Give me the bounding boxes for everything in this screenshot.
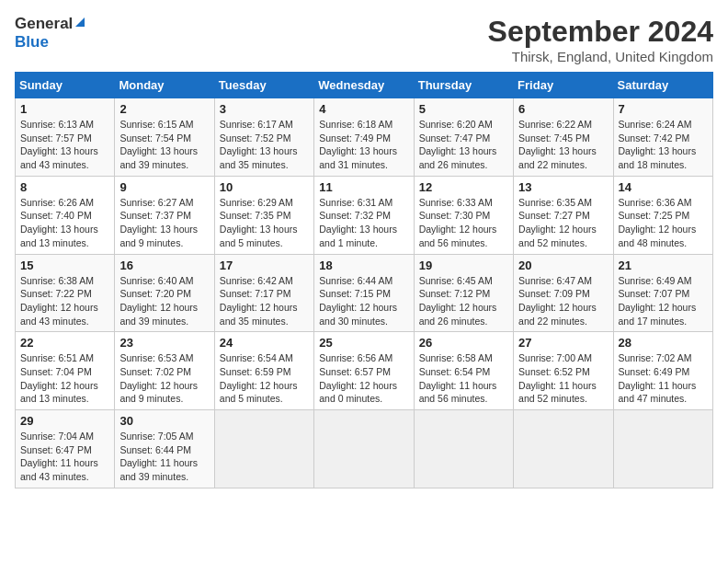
day-header-wednesday: Wednesday bbox=[314, 73, 414, 98]
day-number: 10 bbox=[220, 180, 309, 194]
calendar-cell: 23Sunrise: 6:53 AMSunset: 7:02 PMDayligh… bbox=[115, 332, 214, 410]
day-number: 2 bbox=[119, 102, 209, 116]
calendar-cell: 11Sunrise: 6:31 AMSunset: 7:32 PMDayligh… bbox=[314, 176, 414, 254]
day-number: 26 bbox=[419, 336, 508, 350]
day-header-saturday: Saturday bbox=[613, 73, 712, 98]
day-detail: Sunrise: 6:58 AMSunset: 6:54 PMDaylight:… bbox=[419, 351, 508, 406]
location: Thirsk, England, United Kingdom bbox=[488, 49, 713, 64]
day-detail: Sunrise: 6:26 AMSunset: 7:40 PMDaylight:… bbox=[20, 196, 109, 250]
calendar-cell: 19Sunrise: 6:45 AMSunset: 7:12 PMDayligh… bbox=[414, 254, 513, 332]
calendar-cell: 6Sunrise: 6:22 AMSunset: 7:45 PMDaylight… bbox=[514, 98, 613, 177]
day-number: 23 bbox=[119, 336, 209, 350]
day-number: 28 bbox=[619, 336, 708, 350]
day-number: 30 bbox=[119, 414, 209, 428]
calendar-cell: 27Sunrise: 7:00 AMSunset: 6:52 PMDayligh… bbox=[514, 332, 613, 410]
day-number: 16 bbox=[119, 259, 209, 272]
calendar-cell bbox=[613, 410, 712, 488]
day-number: 14 bbox=[619, 180, 708, 194]
day-number: 13 bbox=[518, 180, 608, 194]
day-detail: Sunrise: 6:22 AMSunset: 7:45 PMDaylight:… bbox=[518, 118, 608, 172]
calendar-cell: 4Sunrise: 6:18 AMSunset: 7:49 PMDaylight… bbox=[314, 98, 414, 177]
calendar-cell: 20Sunrise: 6:47 AMSunset: 7:09 PMDayligh… bbox=[514, 254, 613, 332]
day-header-friday: Friday bbox=[514, 73, 613, 98]
day-detail: Sunrise: 7:04 AMSunset: 6:47 PMDaylight:… bbox=[20, 430, 109, 484]
day-number: 11 bbox=[319, 180, 408, 194]
day-detail: Sunrise: 7:02 AMSunset: 6:49 PMDaylight:… bbox=[619, 351, 708, 406]
day-detail: Sunrise: 6:15 AMSunset: 7:54 PMDaylight:… bbox=[119, 118, 209, 172]
day-detail: Sunrise: 6:31 AMSunset: 7:32 PMDaylight:… bbox=[319, 196, 408, 250]
calendar-cell: 18Sunrise: 6:44 AMSunset: 7:15 PMDayligh… bbox=[314, 254, 414, 332]
calendar-cell: 1Sunrise: 6:13 AMSunset: 7:57 PMDaylight… bbox=[16, 98, 115, 177]
day-detail: Sunrise: 6:44 AMSunset: 7:15 PMDaylight:… bbox=[319, 274, 408, 328]
day-number: 5 bbox=[419, 102, 508, 116]
day-detail: Sunrise: 7:05 AMSunset: 6:44 PMDaylight:… bbox=[119, 430, 209, 484]
calendar-cell: 5Sunrise: 6:20 AMSunset: 7:47 PMDaylight… bbox=[414, 98, 513, 177]
day-detail: Sunrise: 6:42 AMSunset: 7:17 PMDaylight:… bbox=[220, 274, 309, 328]
day-detail: Sunrise: 6:36 AMSunset: 7:25 PMDaylight:… bbox=[619, 196, 708, 250]
day-detail: Sunrise: 6:38 AMSunset: 7:22 PMDaylight:… bbox=[20, 274, 109, 328]
week-row-1: 1Sunrise: 6:13 AMSunset: 7:57 PMDaylight… bbox=[16, 98, 713, 177]
calendar-cell: 17Sunrise: 6:42 AMSunset: 7:17 PMDayligh… bbox=[214, 254, 313, 332]
logo-blue: Blue bbox=[15, 33, 49, 52]
day-detail: Sunrise: 6:40 AMSunset: 7:20 PMDaylight:… bbox=[119, 274, 209, 328]
day-number: 29 bbox=[20, 414, 109, 428]
day-number: 18 bbox=[319, 259, 408, 272]
day-detail: Sunrise: 6:56 AMSunset: 6:57 PMDaylight:… bbox=[319, 351, 408, 406]
day-detail: Sunrise: 6:45 AMSunset: 7:12 PMDaylight:… bbox=[419, 274, 508, 328]
day-header-sunday: Sunday bbox=[16, 73, 115, 98]
day-number: 1 bbox=[20, 102, 109, 116]
logo: General Blue bbox=[15, 15, 86, 52]
day-number: 9 bbox=[119, 180, 209, 194]
day-detail: Sunrise: 6:54 AMSunset: 6:59 PMDaylight:… bbox=[220, 351, 309, 406]
day-detail: Sunrise: 6:53 AMSunset: 7:02 PMDaylight:… bbox=[119, 351, 209, 406]
calendar-cell: 26Sunrise: 6:58 AMSunset: 6:54 PMDayligh… bbox=[414, 332, 513, 410]
day-detail: Sunrise: 6:33 AMSunset: 7:30 PMDaylight:… bbox=[419, 196, 508, 250]
day-number: 25 bbox=[319, 336, 408, 350]
calendar-cell bbox=[414, 410, 513, 488]
page-header: General Blue September 2024 Thirsk, Engl… bbox=[15, 15, 713, 64]
day-number: 21 bbox=[619, 259, 708, 272]
day-number: 22 bbox=[20, 336, 109, 350]
day-number: 27 bbox=[518, 336, 608, 350]
calendar-cell: 2Sunrise: 6:15 AMSunset: 7:54 PMDaylight… bbox=[115, 98, 214, 177]
day-detail: Sunrise: 6:17 AMSunset: 7:52 PMDaylight:… bbox=[220, 118, 309, 172]
calendar-cell: 8Sunrise: 6:26 AMSunset: 7:40 PMDaylight… bbox=[16, 176, 115, 254]
calendar-cell: 24Sunrise: 6:54 AMSunset: 6:59 PMDayligh… bbox=[214, 332, 313, 410]
calendar-cell: 14Sunrise: 6:36 AMSunset: 7:25 PMDayligh… bbox=[613, 176, 712, 254]
svg-marker-0 bbox=[75, 17, 85, 27]
day-number: 15 bbox=[20, 259, 109, 272]
calendar-cell: 12Sunrise: 6:33 AMSunset: 7:30 PMDayligh… bbox=[414, 176, 513, 254]
calendar-cell: 10Sunrise: 6:29 AMSunset: 7:35 PMDayligh… bbox=[214, 176, 313, 254]
calendar-cell: 9Sunrise: 6:27 AMSunset: 7:37 PMDaylight… bbox=[115, 176, 214, 254]
calendar-cell: 28Sunrise: 7:02 AMSunset: 6:49 PMDayligh… bbox=[613, 332, 712, 410]
day-number: 20 bbox=[518, 259, 608, 272]
day-number: 12 bbox=[419, 180, 508, 194]
day-detail: Sunrise: 6:13 AMSunset: 7:57 PMDaylight:… bbox=[20, 118, 109, 172]
calendar-cell bbox=[214, 410, 313, 488]
day-detail: Sunrise: 6:20 AMSunset: 7:47 PMDaylight:… bbox=[419, 118, 508, 172]
week-row-3: 15Sunrise: 6:38 AMSunset: 7:22 PMDayligh… bbox=[16, 254, 713, 332]
calendar-cell: 3Sunrise: 6:17 AMSunset: 7:52 PMDaylight… bbox=[214, 98, 313, 177]
calendar-cell: 7Sunrise: 6:24 AMSunset: 7:42 PMDaylight… bbox=[613, 98, 712, 177]
day-detail: Sunrise: 6:49 AMSunset: 7:07 PMDaylight:… bbox=[619, 274, 708, 328]
day-number: 17 bbox=[220, 259, 309, 272]
week-row-5: 29Sunrise: 7:04 AMSunset: 6:47 PMDayligh… bbox=[16, 410, 713, 488]
day-number: 4 bbox=[319, 102, 408, 116]
day-number: 7 bbox=[619, 102, 708, 116]
day-number: 6 bbox=[518, 102, 608, 116]
day-header-tuesday: Tuesday bbox=[214, 73, 313, 98]
day-number: 24 bbox=[220, 336, 309, 350]
day-detail: Sunrise: 6:35 AMSunset: 7:27 PMDaylight:… bbox=[518, 196, 608, 250]
calendar-cell: 22Sunrise: 6:51 AMSunset: 7:04 PMDayligh… bbox=[16, 332, 115, 410]
calendar-cell: 15Sunrise: 6:38 AMSunset: 7:22 PMDayligh… bbox=[16, 254, 115, 332]
calendar-cell: 30Sunrise: 7:05 AMSunset: 6:44 PMDayligh… bbox=[115, 410, 214, 488]
calendar-header: SundayMondayTuesdayWednesdayThursdayFrid… bbox=[16, 73, 713, 98]
day-number: 8 bbox=[20, 180, 109, 194]
day-detail: Sunrise: 7:00 AMSunset: 6:52 PMDaylight:… bbox=[518, 351, 608, 406]
day-number: 3 bbox=[220, 102, 309, 116]
title-block: September 2024 Thirsk, England, United K… bbox=[488, 15, 713, 64]
day-detail: Sunrise: 6:47 AMSunset: 7:09 PMDaylight:… bbox=[518, 274, 608, 328]
day-detail: Sunrise: 6:18 AMSunset: 7:49 PMDaylight:… bbox=[319, 118, 408, 172]
day-header-monday: Monday bbox=[115, 73, 214, 98]
week-row-2: 8Sunrise: 6:26 AMSunset: 7:40 PMDaylight… bbox=[16, 176, 713, 254]
